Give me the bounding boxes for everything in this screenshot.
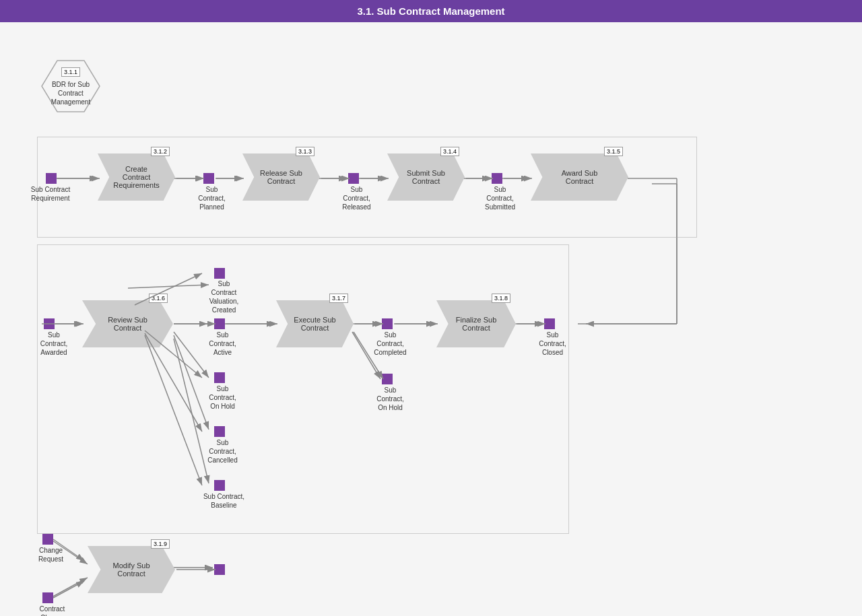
data-valuation-label: SubContractValuation,Created [199, 279, 249, 314]
data-sub-contract-active-label: SubContract,Active [201, 331, 244, 357]
data-sub-contract-req-label: Sub ContractRequirement [20, 185, 81, 203]
data-closed-label: SubContract,Closed [531, 331, 574, 357]
data-sub-contract-planned-label: SubContract,Planned [190, 185, 234, 211]
n319-id: 3.1.9 [151, 539, 170, 549]
data-sub-contract-released-square [348, 173, 359, 184]
n316-id: 3.1.6 [149, 294, 168, 303]
data-sub-contract-submitted-label: SubContract,Submitted [478, 185, 522, 211]
n314-id: 3.1.4 [440, 147, 459, 156]
data-sub-contract-req-square [46, 173, 57, 184]
data-baseline-label: Sub Contract,Baseline [199, 492, 249, 510]
chevron-312: CreateContractRequirements 3.1.2 [98, 153, 175, 201]
chevron-318: Finalize SubContract 3.1.8 [436, 300, 516, 347]
data-change-request-square [42, 534, 53, 545]
chevron-314: Submit SubContract 3.1.4 [387, 153, 465, 201]
data-on-hold-1-label: SubContract,On Hold [201, 384, 244, 411]
data-completed-square [382, 318, 393, 329]
n312-id: 3.1.2 [151, 147, 170, 156]
data-sub-contract-awarded-label: SubContract,Awarded [30, 331, 77, 357]
chevron-316: Review SubContract 3.1.6 [82, 300, 173, 347]
data-contract-change-order-label: ContractChangeOrder [27, 605, 77, 616]
data-cancelled-label: SubContract,Cancelled [201, 438, 244, 465]
header: 3.1. Sub Contract Management [0, 0, 862, 22]
section-box-row2 [37, 244, 569, 534]
data-valuation-square [214, 268, 225, 279]
data-sub-contract-submitted-square [492, 173, 502, 184]
chevron-317: Execute SubContract 3.1.7 [276, 300, 354, 347]
n318-id: 3.1.8 [492, 294, 510, 303]
data-sub-contract-active-square [214, 318, 225, 329]
bdr-label: BDR for SubContractManagement [42, 80, 100, 106]
data-change-request-label: ChangeRequest [29, 546, 73, 563]
data-on-hold-2-label: SubContract,On Hold [368, 386, 412, 412]
svg-line-49 [53, 581, 84, 598]
bdr-id-badge: 3.1.1 [61, 67, 80, 77]
chevron-319: Modify SubContract 3.1.9 [88, 546, 175, 593]
data-completed-label: SubContract,Completed [368, 331, 412, 357]
n317-id: 3.1.7 [329, 294, 348, 303]
bdr-node: 3.1.1 BDR for SubContractManagement [40, 59, 101, 113]
n313-id: 3.1.3 [296, 147, 314, 156]
data-contract-change-order-square [42, 592, 53, 603]
canvas: 3.1.1 BDR for SubContractManagement Sub … [0, 22, 862, 615]
svg-line-20 [51, 578, 88, 598]
data-cancelled-square [214, 426, 225, 437]
data-closed-square [544, 318, 555, 329]
data-on-hold-1-square [214, 372, 225, 383]
data-modify-output-square [214, 564, 225, 575]
data-sub-contract-planned-square [203, 173, 214, 184]
data-sub-contract-released-label: SubContract,Released [335, 185, 378, 211]
chevron-313: Release SubContract 3.1.3 [242, 153, 320, 201]
data-on-hold-2-square [382, 374, 393, 384]
n315-id: 3.1.5 [604, 147, 623, 156]
chevron-315: Award SubContract 3.1.5 [531, 153, 628, 201]
data-baseline-square [214, 480, 225, 491]
data-sub-contract-awarded-square [44, 318, 55, 329]
